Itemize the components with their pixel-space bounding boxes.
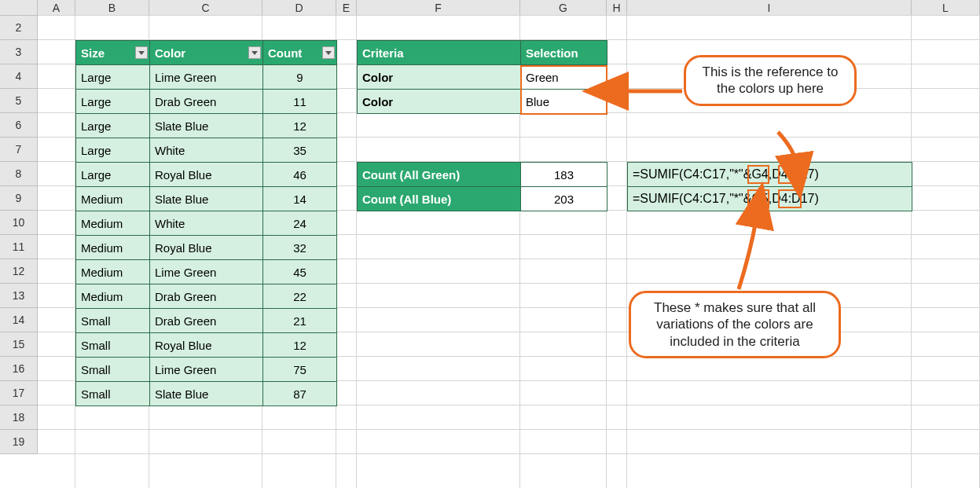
cell-size[interactable]: Medium: [76, 260, 150, 284]
row-header[interactable]: 19: [0, 430, 38, 454]
table-row: LargeWhite35: [76, 138, 337, 163]
cell-color[interactable]: Drab Green: [150, 309, 263, 333]
row-header[interactable]: 13: [0, 284, 38, 308]
column-header[interactable]: L: [912, 0, 980, 16]
row-header[interactable]: 6: [0, 113, 38, 138]
row-header[interactable]: 4: [0, 64, 38, 89]
cell-size[interactable]: Large: [76, 114, 150, 138]
cell-color[interactable]: Royal Blue: [150, 163, 263, 187]
criteria-row-value[interactable]: Green: [521, 65, 607, 90]
column-header[interactable]: D: [262, 0, 336, 16]
row-header[interactable]: 18: [0, 405, 38, 430]
cell-size[interactable]: Medium: [76, 236, 150, 260]
row-header[interactable]: 16: [0, 357, 38, 381]
cell-size[interactable]: Medium: [76, 284, 150, 309]
cell-color[interactable]: Lime Green: [150, 65, 263, 90]
table-row: MediumRoyal Blue32: [76, 236, 337, 260]
criteria-row-label[interactable]: Color: [358, 90, 521, 114]
cell-color[interactable]: Royal Blue: [150, 333, 263, 358]
header-size[interactable]: Size: [76, 41, 150, 65]
cell-count[interactable]: 46: [263, 163, 337, 187]
cell-color[interactable]: Lime Green: [150, 260, 263, 284]
callout-reference: This is the reference to the colors up h…: [684, 55, 857, 106]
row-header[interactable]: 9: [0, 186, 38, 211]
row-header[interactable]: 2: [0, 16, 38, 40]
cell-count[interactable]: 45: [263, 260, 337, 284]
table-row: SmallSlate Blue87: [76, 382, 337, 406]
cell-size[interactable]: Large: [76, 163, 150, 187]
cell-count[interactable]: 22: [263, 284, 337, 309]
cell-size[interactable]: Medium: [76, 211, 150, 236]
cell-count[interactable]: 12: [263, 333, 337, 358]
table-row: MediumDrab Green22: [76, 284, 337, 309]
column-header[interactable]: H: [607, 0, 627, 16]
cell-size[interactable]: Small: [76, 333, 150, 358]
row-header[interactable]: 7: [0, 138, 38, 162]
cell-count[interactable]: 35: [263, 138, 337, 163]
row-header[interactable]: 5: [0, 89, 38, 113]
cell-color[interactable]: Lime Green: [150, 358, 263, 382]
cell-count[interactable]: 75: [263, 358, 337, 382]
row-header[interactable]: 17: [0, 381, 38, 405]
cell-count[interactable]: 9: [263, 65, 337, 90]
formula-cell[interactable]: =SUMIF(C4:C17,"*"&G4,D4:D17): [628, 163, 912, 187]
row-header[interactable]: 14: [0, 308, 38, 332]
cell-color[interactable]: Drab Green: [150, 90, 263, 114]
cell-size[interactable]: Small: [76, 382, 150, 406]
count-value[interactable]: 203: [521, 187, 607, 211]
cell-count[interactable]: 12: [263, 114, 337, 138]
cell-color[interactable]: Slate Blue: [150, 187, 263, 211]
cell-color[interactable]: White: [150, 138, 263, 163]
cell-count[interactable]: 11: [263, 90, 337, 114]
select-all-corner[interactable]: [0, 0, 38, 16]
cell-size[interactable]: Small: [76, 309, 150, 333]
row-headers: 2345678910111213141516171819: [0, 16, 38, 454]
header-count-label: Count: [268, 46, 302, 60]
criteria-row-value[interactable]: Blue: [521, 90, 607, 114]
cell-size[interactable]: Large: [76, 90, 150, 114]
column-header[interactable]: A: [38, 0, 75, 16]
column-header[interactable]: I: [627, 0, 912, 16]
cell-color[interactable]: Slate Blue: [150, 114, 263, 138]
column-header[interactable]: F: [357, 0, 520, 16]
count-value[interactable]: 183: [521, 163, 607, 187]
cell-color[interactable]: White: [150, 211, 263, 236]
row-header[interactable]: 10: [0, 211, 38, 235]
row-header[interactable]: 3: [0, 40, 38, 64]
cell-size[interactable]: Large: [76, 65, 150, 90]
header-color[interactable]: Color: [150, 41, 263, 65]
row-header[interactable]: 12: [0, 259, 38, 284]
cell-count[interactable]: 14: [263, 187, 337, 211]
cell-size[interactable]: Medium: [76, 187, 150, 211]
filter-dropdown-icon[interactable]: [322, 46, 335, 59]
cell-size[interactable]: Large: [76, 138, 150, 163]
row-header[interactable]: 8: [0, 162, 38, 186]
filter-dropdown-icon[interactable]: [248, 46, 261, 59]
cell-count[interactable]: 87: [263, 382, 337, 406]
column-header[interactable]: E: [336, 0, 357, 16]
column-header[interactable]: G: [520, 0, 607, 16]
table-row: MediumLime Green45: [76, 260, 337, 284]
cell-color[interactable]: Royal Blue: [150, 236, 263, 260]
count-label[interactable]: Count (All Blue): [358, 187, 521, 211]
cell-count[interactable]: 32: [263, 236, 337, 260]
cell-count[interactable]: 21: [263, 309, 337, 333]
row-header[interactable]: 15: [0, 332, 38, 357]
header-count[interactable]: Count: [263, 41, 337, 65]
column-headers: ABCDEFGHIL: [0, 0, 980, 16]
formula-cell[interactable]: =SUMIF(C4:C17,"*"&G5,D4:D17): [628, 187, 912, 211]
filter-dropdown-icon[interactable]: [135, 46, 148, 59]
cell-size[interactable]: Small: [76, 358, 150, 382]
table-row: MediumWhite24: [76, 211, 337, 236]
header-color-label: Color: [155, 46, 185, 60]
cell-color[interactable]: Slate Blue: [150, 382, 263, 406]
column-header[interactable]: C: [149, 0, 262, 16]
row-header[interactable]: 11: [0, 235, 38, 259]
criteria-row-label[interactable]: Color: [358, 65, 521, 90]
cell-color[interactable]: Drab Green: [150, 284, 263, 309]
column-header[interactable]: B: [75, 0, 149, 16]
criteria-header-right[interactable]: Selection: [521, 41, 607, 65]
cell-count[interactable]: 24: [263, 211, 337, 236]
count-label[interactable]: Count (All Green): [358, 163, 521, 187]
criteria-header-left[interactable]: Criteria: [358, 41, 521, 65]
